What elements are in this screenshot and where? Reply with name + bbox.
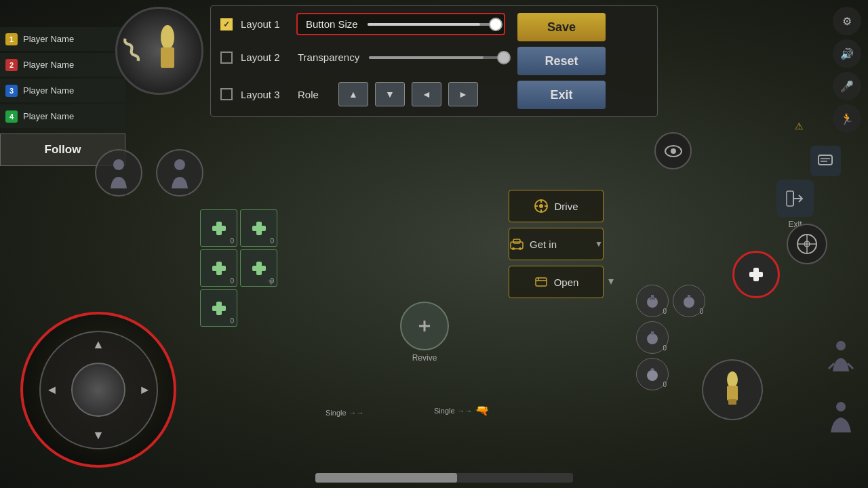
layout2-checkbox[interactable] xyxy=(220,52,233,64)
layout2-row: Layout 2 Transparency xyxy=(220,49,505,66)
revive-button[interactable]: Revive xyxy=(400,302,449,363)
scope-button[interactable] xyxy=(787,224,827,264)
button-size-container: Button Size xyxy=(296,13,505,35)
medkit-item-3[interactable]: 0 xyxy=(200,249,237,287)
player-num-4: 4 xyxy=(5,110,18,123)
svg-rect-43 xyxy=(650,298,655,300)
svg-line-53 xyxy=(829,363,834,369)
eye-button[interactable] xyxy=(654,132,692,169)
bottom-progress-bar xyxy=(315,473,573,483)
svg-point-0 xyxy=(161,25,174,49)
layout1-checkbox[interactable] xyxy=(220,18,233,30)
volume-icon[interactable]: 🔊 xyxy=(833,39,861,68)
player-item-3[interactable]: 3 Player Name xyxy=(0,79,125,102)
grenade-count-2: 0 xyxy=(699,308,703,315)
layout1-label: Layout 1 xyxy=(241,18,288,30)
joystick-left-arrow: ◄ xyxy=(46,383,58,397)
smoke-icon xyxy=(644,366,660,382)
getin-button[interactable]: Get in ▼ xyxy=(509,228,604,260)
open-label: Open xyxy=(554,277,579,288)
warning-icon: ⚠ xyxy=(795,121,804,131)
drive-button[interactable]: Drive xyxy=(509,190,604,222)
exit-button[interactable]: Exit xyxy=(517,81,606,109)
medkit-icon-1 xyxy=(210,219,229,238)
grenade-item-1[interactable]: 0 xyxy=(636,285,669,317)
role-label: Role xyxy=(298,89,332,100)
svg-point-44 xyxy=(684,297,694,308)
button-size-label: Button Size xyxy=(306,18,358,30)
dropdown-chevron-right[interactable]: ▾ xyxy=(608,274,614,287)
scope-icon xyxy=(795,232,819,256)
settings-panel: Layout 1 Button Size Layout 2 Transparen… xyxy=(210,5,658,117)
svg-point-2 xyxy=(113,159,124,170)
player-icon-small-2 xyxy=(156,149,203,197)
transparency-thumb[interactable] xyxy=(497,51,511,64)
role-down-btn[interactable]: ▼ xyxy=(375,82,405,106)
run-icon[interactable]: 🏃 xyxy=(833,104,861,133)
revive-label: Revive xyxy=(412,353,437,363)
player-item-2[interactable]: 2 Player Name xyxy=(0,53,125,77)
grenade-row-1: 0 0 xyxy=(636,285,705,317)
player-num-1: 1 xyxy=(5,33,18,45)
medkit-icon-3 xyxy=(210,259,229,278)
layout3-checkbox[interactable] xyxy=(220,88,233,100)
svg-rect-36 xyxy=(216,262,222,275)
joystick[interactable]: ▲ ▼ ◄ ► xyxy=(20,312,176,468)
grenade-icon-1 xyxy=(644,293,660,309)
svg-point-3 xyxy=(174,159,185,170)
joystick-center xyxy=(71,363,125,417)
revive-circle xyxy=(400,302,449,350)
button-size-slider[interactable] xyxy=(368,23,496,26)
role-right-btn[interactable]: ► xyxy=(448,82,478,106)
svg-rect-1 xyxy=(161,47,174,68)
svg-rect-50 xyxy=(727,386,738,401)
medpack-button[interactable] xyxy=(732,251,780,298)
role-left-btn[interactable]: ◄ xyxy=(412,82,441,106)
svg-rect-38 xyxy=(256,262,262,275)
exit-icon-button[interactable] xyxy=(776,180,814,217)
grenade-item-3[interactable]: 0 xyxy=(636,321,669,354)
getin-icon xyxy=(509,237,524,251)
player-silhouette-1 xyxy=(105,158,132,188)
player-name-1: Player Name xyxy=(23,34,74,44)
medkit-grid: 0 0 0 0 0 xyxy=(200,209,277,407)
avatar-circle: ⌇ xyxy=(115,7,203,95)
grenade-row-2: 0 xyxy=(636,321,705,354)
weapon-row-1: Single →→ xyxy=(326,409,364,417)
grenade-item-4[interactable]: 0 xyxy=(636,358,669,390)
grenade-count-3: 0 xyxy=(663,344,667,352)
medkit-count-1: 0 xyxy=(230,237,234,245)
person-icon-1 xyxy=(827,339,854,373)
chat-button[interactable] xyxy=(810,146,841,176)
joystick-mid: ▲ ▼ ◄ ► xyxy=(39,331,158,449)
open-button[interactable]: Open xyxy=(509,266,604,298)
medkit-item-4[interactable]: 0 xyxy=(240,249,277,287)
joystick-up-arrow: ▲ xyxy=(92,338,104,352)
gear-icon[interactable]: ⚙ xyxy=(833,7,861,35)
player-name-4: Player Name xyxy=(23,111,74,121)
role-up-btn[interactable]: ▲ xyxy=(338,82,368,106)
mic-icon[interactable]: 🎤 xyxy=(833,72,861,100)
svg-rect-9 xyxy=(787,191,793,206)
transparency-slider[interactable] xyxy=(369,56,504,59)
medkit-item-2[interactable]: 0 xyxy=(240,209,277,247)
button-size-thumb[interactable] xyxy=(489,18,502,31)
medkit-item-5[interactable]: 0 xyxy=(200,289,237,327)
button-size-fill xyxy=(368,23,481,26)
grenade-item-2[interactable]: 0 xyxy=(673,285,705,317)
reset-button[interactable]: Reset xyxy=(517,47,606,75)
medkit-count-5: 0 xyxy=(230,317,234,325)
svg-rect-32 xyxy=(216,222,222,235)
medkit-item-1[interactable]: 0 xyxy=(200,209,237,247)
svg-rect-40 xyxy=(216,302,222,315)
bullet-svg xyxy=(140,24,195,78)
save-button[interactable]: Save xyxy=(517,13,606,41)
eye-icon xyxy=(665,145,682,157)
svg-rect-25 xyxy=(513,239,520,243)
grenades-area: 0 0 0 0 xyxy=(636,285,705,390)
player-item-1[interactable]: 1 Player Name xyxy=(0,27,125,51)
player-item-4[interactable]: 4 Player Name xyxy=(0,104,125,128)
player-list: 1 Player Name 2 Player Name 3 Player Nam… xyxy=(0,27,125,166)
single-label-1: Single xyxy=(326,409,347,417)
layout3-label: Layout 3 xyxy=(241,89,288,100)
